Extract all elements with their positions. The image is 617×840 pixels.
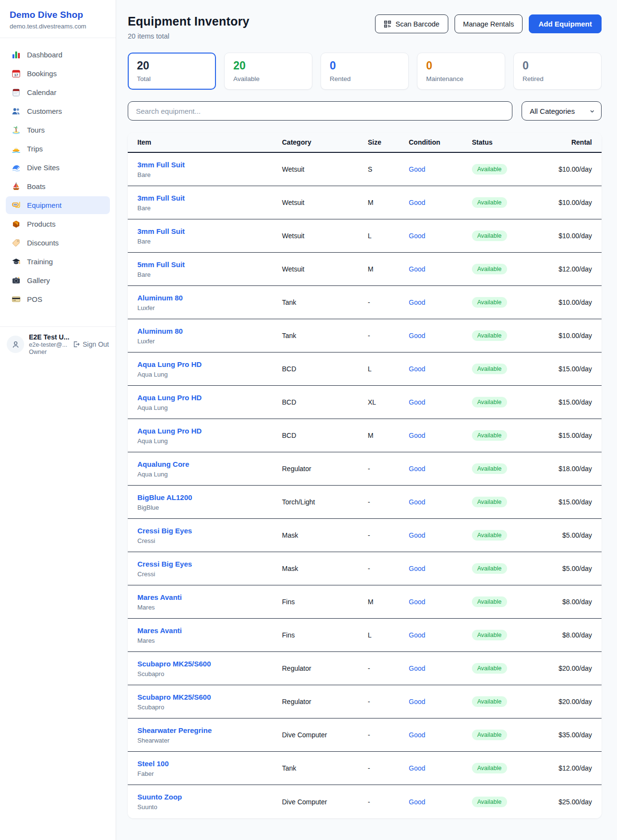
manage-rentals-button[interactable]: Manage Rentals: [455, 14, 523, 33]
condition-link[interactable]: Good: [409, 232, 425, 240]
table-row: Aqualung Core Aqua Lung Regulator - Good…: [128, 452, 602, 486]
item-brand: BigBlue: [137, 504, 282, 511]
item-size: -: [368, 798, 409, 806]
table-row: Aqua Lung Pro HD Aqua Lung BCD XL Good A…: [128, 386, 602, 419]
item-name-link[interactable]: Aluminum 80: [137, 294, 183, 302]
item-name-link[interactable]: 3mm Full Suit: [137, 161, 185, 169]
status-badge: Available: [472, 430, 507, 441]
sidebar-item-dive-sites[interactable]: Dive Sites: [6, 159, 110, 176]
scan-barcode-button[interactable]: Scan Barcode: [375, 14, 448, 33]
condition-link[interactable]: Good: [409, 298, 425, 306]
table-body: 3mm Full Suit Bare Wetsuit S Good Availa…: [128, 153, 602, 818]
condition-link[interactable]: Good: [409, 365, 425, 373]
stat-card-maintenance[interactable]: 0 Maintenance: [417, 53, 505, 90]
condition-link[interactable]: Good: [409, 698, 425, 705]
item-name-link[interactable]: 3mm Full Suit: [137, 227, 185, 235]
item-rental: $10.00/day: [544, 332, 592, 339]
item-name-link[interactable]: 5mm Full Suit: [137, 260, 185, 269]
item-size: -: [368, 731, 409, 739]
item-name-link[interactable]: Scubapro MK25/S600: [137, 660, 211, 668]
svg-text:17: 17: [14, 73, 18, 77]
condition-link[interactable]: Good: [409, 432, 425, 439]
item-rental: $8.00/day: [544, 631, 592, 639]
condition-link[interactable]: Good: [409, 332, 425, 339]
stat-card-retired[interactable]: 0 Retired: [513, 53, 602, 90]
condition-link[interactable]: Good: [409, 165, 425, 173]
item-name-link[interactable]: BigBlue AL1200: [137, 493, 192, 501]
item-name-link[interactable]: Aluminum 80: [137, 327, 183, 335]
sidebar-item-training[interactable]: Training: [6, 253, 110, 271]
item-name-link[interactable]: Aqualung Core: [137, 460, 189, 468]
item-brand: Cressi: [137, 537, 282, 544]
sidebar-item-bookings[interactable]: 17 Bookings: [6, 65, 110, 82]
item-name-link[interactable]: Cressi Big Eyes: [137, 560, 192, 568]
status-badge: Available: [472, 164, 507, 175]
sidebar-item-products[interactable]: Products: [6, 215, 110, 233]
table-row: Aqua Lung Pro HD Aqua Lung BCD L Good Av…: [128, 352, 602, 386]
add-equipment-button[interactable]: Add Equipment: [529, 14, 602, 33]
item-name-link[interactable]: Cressi Big Eyes: [137, 527, 192, 535]
item-brand: Mares: [137, 604, 282, 611]
table-row: 5mm Full Suit Bare Wetsuit M Good Availa…: [128, 253, 602, 286]
condition-link[interactable]: Good: [409, 398, 425, 406]
item-name-link[interactable]: Shearwater Peregrine: [137, 726, 212, 734]
col-category: Category: [282, 138, 368, 146]
table-row: Cressi Big Eyes Cressi Mask - Good Avail…: [128, 552, 602, 585]
sign-out-button[interactable]: Sign Out: [72, 340, 109, 348]
search-input[interactable]: [128, 101, 512, 121]
boats-icon: [12, 182, 21, 191]
table-row: Aqua Lung Pro HD Aqua Lung BCD M Good Av…: [128, 419, 602, 452]
condition-link[interactable]: Good: [409, 565, 425, 572]
stat-card-available[interactable]: 20 Available: [224, 53, 312, 90]
user-role: Owner: [29, 349, 67, 355]
sidebar: Demo Dive Shop demo.test.divestreams.com…: [0, 0, 116, 840]
condition-link[interactable]: Good: [409, 764, 425, 772]
item-name-link[interactable]: Aqua Lung Pro HD: [137, 393, 201, 402]
item-name-link[interactable]: Aqua Lung Pro HD: [137, 360, 201, 368]
condition-link[interactable]: Good: [409, 731, 425, 739]
item-category: Fins: [282, 631, 368, 639]
user-email: e2e-tester@...: [29, 341, 67, 348]
item-name-link[interactable]: Scubapro MK25/S600: [137, 693, 211, 701]
condition-link[interactable]: Good: [409, 798, 425, 806]
condition-link[interactable]: Good: [409, 465, 425, 473]
sidebar-item-calendar[interactable]: Calendar: [6, 83, 110, 101]
item-name-link[interactable]: Mares Avanti: [137, 626, 182, 635]
item-name-link[interactable]: Steel 100: [137, 759, 169, 768]
sidebar-item-dashboard[interactable]: Dashboard: [6, 46, 110, 64]
condition-link[interactable]: Good: [409, 531, 425, 539]
condition-link[interactable]: Good: [409, 498, 425, 506]
condition-link[interactable]: Good: [409, 598, 425, 606]
col-status: Status: [472, 138, 544, 146]
condition-link[interactable]: Good: [409, 664, 425, 672]
sidebar-item-discounts[interactable]: Discounts: [6, 234, 110, 252]
stat-card-rented[interactable]: 0 Rented: [321, 53, 409, 90]
item-brand: Scubapro: [137, 704, 282, 711]
item-rental: $15.00/day: [544, 365, 592, 373]
condition-link[interactable]: Good: [409, 199, 425, 206]
discounts-icon: [12, 238, 21, 247]
sidebar-item-boats[interactable]: Boats: [6, 177, 110, 195]
item-name-link[interactable]: Mares Avanti: [137, 593, 182, 601]
sidebar-item-gallery[interactable]: Gallery: [6, 271, 110, 289]
sidebar-item-pos[interactable]: POS: [6, 290, 110, 308]
condition-link[interactable]: Good: [409, 265, 425, 273]
item-size: M: [368, 432, 409, 439]
item-name-link[interactable]: Aqua Lung Pro HD: [137, 427, 201, 435]
item-brand: Scubapro: [137, 670, 282, 677]
scan-barcode-label: Scan Barcode: [395, 20, 439, 28]
item-size: L: [368, 365, 409, 373]
sidebar-item-trips[interactable]: Trips: [6, 140, 110, 158]
item-size: -: [368, 531, 409, 539]
category-select[interactable]: All Categories: [522, 101, 602, 121]
item-name-link[interactable]: 3mm Full Suit: [137, 194, 185, 202]
sidebar-item-tours[interactable]: Tours: [6, 121, 110, 139]
item-size: -: [368, 298, 409, 306]
sidebar-item-customers[interactable]: Customers: [6, 102, 110, 120]
trips-icon: [12, 144, 21, 153]
stat-card-total[interactable]: 20 Total: [128, 53, 216, 90]
item-name-link[interactable]: Suunto Zoop: [137, 793, 182, 801]
condition-link[interactable]: Good: [409, 631, 425, 639]
equipment-table: Item Category Size Condition Status Rent…: [128, 133, 602, 818]
sidebar-item-equipment[interactable]: Equipment: [6, 196, 110, 214]
